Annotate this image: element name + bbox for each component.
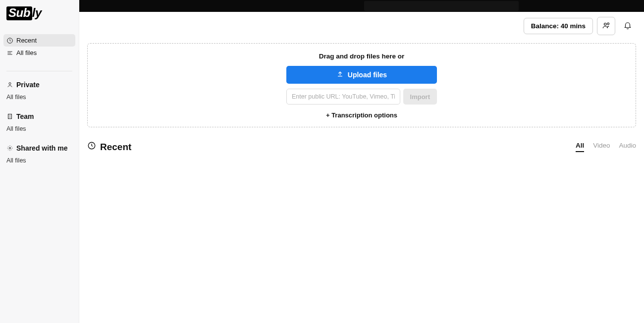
balance-button[interactable]: Balance: 40 mins: [524, 18, 593, 34]
svg-point-3: [9, 147, 11, 149]
url-input[interactable]: [286, 89, 400, 105]
users-icon: [602, 21, 611, 31]
sidebar-item-team-all[interactable]: All files: [3, 123, 75, 135]
tab-video[interactable]: Video: [593, 142, 610, 152]
notifications-button[interactable]: [619, 18, 636, 35]
dropzone[interactable]: Drag and drop files here or Upload files…: [87, 43, 636, 127]
sidebar: Subly Recent All files: [0, 0, 79, 323]
logo[interactable]: Subly: [6, 6, 75, 20]
main: Balance: 40 mins Drag and drop files her…: [79, 0, 644, 323]
section-title-text: Recent: [100, 142, 131, 153]
svg-rect-2: [8, 114, 12, 118]
sidebar-item-all-files[interactable]: All files: [3, 47, 75, 59]
bell-icon: [623, 21, 632, 32]
header: Balance: 40 mins: [79, 12, 644, 35]
svg-point-1: [9, 83, 11, 85]
upload-files-button[interactable]: Upload files: [286, 66, 437, 84]
transcription-options-label: + Transcription options: [326, 111, 397, 119]
top-dark-bar: [79, 0, 644, 12]
tab-audio[interactable]: Audio: [619, 142, 636, 152]
sidebar-section-label: Team: [16, 112, 34, 120]
logo-text-tail: ly: [32, 6, 42, 19]
transcription-options-link[interactable]: + Transcription options: [286, 111, 437, 119]
sidebar-item-label: All files: [6, 94, 26, 101]
gear-icon: [6, 145, 13, 152]
sidebar-section-label: Shared with me: [16, 144, 67, 152]
dropzone-text: Drag and drop files here or: [286, 53, 437, 60]
plus-icon[interactable]: [65, 81, 72, 88]
svg-point-5: [607, 23, 609, 25]
import-label: Import: [410, 93, 430, 101]
sidebar-item-shared-all[interactable]: All files: [3, 155, 75, 166]
plus-icon[interactable]: [65, 113, 72, 120]
divider: [6, 71, 72, 71]
building-icon: [6, 113, 13, 120]
sidebar-section-team[interactable]: Team: [3, 110, 75, 123]
filter-tabs: All Video Audio: [576, 142, 636, 152]
import-button[interactable]: Import: [403, 89, 437, 105]
sidebar-item-recent[interactable]: Recent: [3, 34, 75, 47]
clock-icon: [6, 37, 13, 44]
clock-icon: [87, 141, 96, 153]
tab-all[interactable]: All: [576, 142, 584, 152]
invite-button[interactable]: [597, 17, 615, 35]
logo-text-boxed: Sub: [8, 7, 30, 19]
upload-label: Upload files: [348, 71, 387, 79]
sidebar-item-label: All files: [6, 157, 26, 164]
list-icon: [6, 50, 13, 56]
sidebar-item-label: All files: [6, 125, 26, 132]
sidebar-item-label: All files: [16, 49, 37, 56]
sidebar-item-label: Recent: [16, 37, 37, 44]
user-icon: [6, 81, 13, 88]
svg-point-4: [604, 23, 606, 26]
sidebar-section-private[interactable]: Private: [3, 78, 75, 91]
sidebar-section-shared[interactable]: Shared with me: [3, 142, 75, 155]
upload-icon: [336, 70, 344, 79]
section-title: Recent: [87, 141, 131, 153]
sidebar-section-label: Private: [16, 81, 40, 89]
sidebar-item-private-all[interactable]: All files: [3, 91, 75, 103]
balance-label: Balance: 40 mins: [531, 22, 586, 30]
